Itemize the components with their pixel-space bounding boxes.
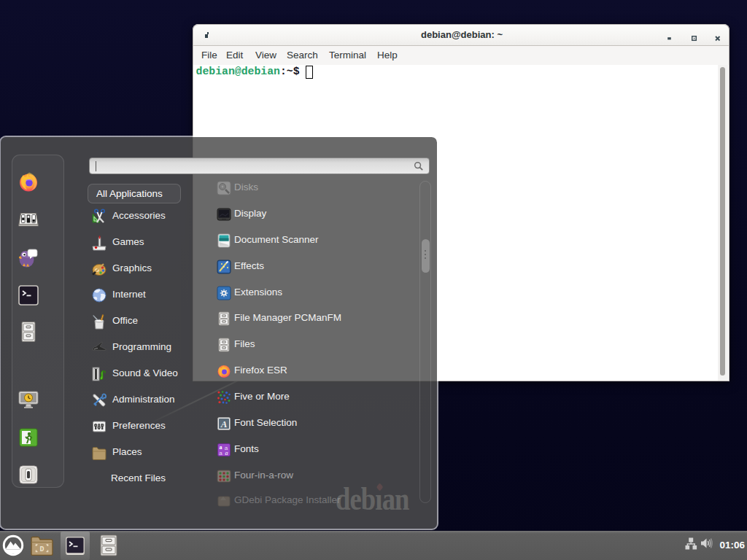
svg-text:a: a (219, 450, 222, 456)
svg-text:A: A (220, 418, 228, 429)
svg-text:D: D (39, 545, 44, 553)
svg-text:a: a (225, 450, 228, 456)
